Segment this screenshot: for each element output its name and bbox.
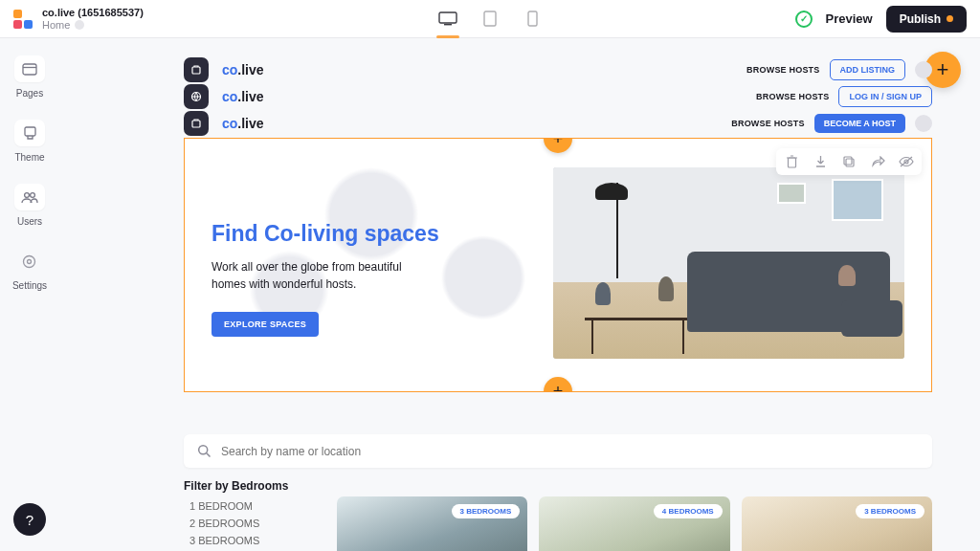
variant-chip-icon <box>184 111 209 136</box>
nav-browse-hosts[interactable]: BROWSE HOSTS <box>756 92 829 101</box>
become-host-button[interactable]: BECOME A HOST <box>814 114 905 133</box>
header-variant-3[interactable]: co.live BROWSE HOSTS BECOME A HOST <box>184 111 932 136</box>
svg-rect-13 <box>192 121 200 127</box>
help-icon: ? <box>26 512 33 528</box>
status-ok-icon: ✓ <box>795 11 813 28</box>
svg-rect-6 <box>25 127 35 136</box>
bedroom-badge: 3 BEDROOMS <box>856 504 924 518</box>
filter-option[interactable]: 2 BEDROOMS <box>184 518 337 529</box>
sidebar-item-pages[interactable]: Pages <box>14 55 45 99</box>
login-signup-button[interactable]: LOG IN / SIGN UP <box>838 86 932 107</box>
sidebar: Pages Theme Users Settings <box>0 38 59 551</box>
hide-icon[interactable] <box>899 154 914 169</box>
listings-row: 3 BEDROOMS 4 BEDROOMS 3 BEDROOMS <box>337 496 932 551</box>
variant-chip-icon <box>184 84 209 109</box>
canvas: co.live BROWSE HOSTS ADD LISTING co.live… <box>59 38 980 551</box>
publish-label: Publish <box>900 12 941 26</box>
avatar[interactable] <box>915 115 932 132</box>
topbar: co.live (1651685537) Home ✓ Preview Publ… <box>0 0 980 38</box>
sidebar-item-users[interactable]: Users <box>14 184 45 227</box>
sidebar-item-label: Users <box>17 216 42 227</box>
project-name: co.live (1651685537) <box>42 7 144 19</box>
svg-point-9 <box>24 255 35 267</box>
svg-rect-16 <box>844 157 852 165</box>
hero-subtitle: Work all over the globe from beautiful h… <box>212 258 432 293</box>
svg-rect-0 <box>439 12 457 23</box>
device-tablet-icon[interactable] <box>479 9 501 30</box>
device-switcher <box>437 9 543 30</box>
filter-title: Filter by Bedrooms <box>184 479 337 493</box>
listing-card[interactable]: 3 BEDROOMS <box>337 496 527 551</box>
bedroom-badge: 4 BEDROOMS <box>654 504 723 518</box>
search-icon <box>197 444 212 458</box>
coliving-photo <box>553 167 904 359</box>
svg-rect-3 <box>528 11 537 26</box>
listing-card[interactable]: 3 BEDROOMS <box>742 496 932 551</box>
pages-icon <box>14 55 45 82</box>
share-icon[interactable] <box>870 154 885 169</box>
avatar[interactable] <box>915 61 932 78</box>
hero-image <box>553 167 904 359</box>
listing-card[interactable]: 4 BEDROOMS <box>539 496 729 551</box>
svg-point-7 <box>25 192 30 197</box>
nav-browse-hosts[interactable]: BROWSE HOSTS <box>731 119 804 128</box>
svg-point-10 <box>28 259 32 263</box>
brand-logo: co.live <box>222 62 264 77</box>
copy-icon[interactable] <box>841 154 857 169</box>
users-icon <box>14 184 45 210</box>
brand-logo: co.live <box>222 116 264 131</box>
publish-button[interactable]: Publish <box>886 6 967 33</box>
sidebar-item-theme[interactable]: Theme <box>14 120 45 163</box>
project-info: co.live (1651685537) Home <box>42 7 144 31</box>
delete-icon[interactable] <box>784 154 799 169</box>
breadcrumb[interactable]: Home <box>42 19 70 32</box>
sidebar-item-settings[interactable]: Settings <box>12 248 47 291</box>
hero-section[interactable]: + + Find Co-living spaces Work all over … <box>184 138 932 392</box>
insert-above-button[interactable]: + <box>544 138 572 153</box>
sidebar-item-label: Theme <box>14 152 44 163</box>
svg-point-8 <box>31 192 35 197</box>
preview-button[interactable]: Preview <box>826 11 873 26</box>
svg-rect-2 <box>484 11 496 26</box>
svg-line-20 <box>207 453 211 457</box>
device-desktop-icon[interactable] <box>437 9 458 30</box>
svg-point-19 <box>199 446 208 454</box>
explore-spaces-button[interactable]: EXPLORE SPACES <box>212 312 319 337</box>
nav-browse-hosts[interactable]: BROWSE HOSTS <box>746 65 819 75</box>
header-variant-1[interactable]: co.live BROWSE HOSTS ADD LISTING <box>184 57 932 82</box>
download-icon[interactable] <box>813 154 828 169</box>
svg-rect-11 <box>192 67 200 74</box>
header-variant-2[interactable]: co.live BROWSE HOSTS LOG IN / SIGN UP <box>184 84 932 109</box>
breadcrumb-dot-icon <box>75 20 84 30</box>
theme-icon <box>14 120 45 146</box>
add-listing-button[interactable]: ADD LISTING <box>830 59 906 80</box>
selection-toolbar <box>776 148 922 175</box>
svg-rect-4 <box>23 64 36 75</box>
filter-list: 1 BEDROOM 2 BEDROOMS 3 BEDROOMS <box>184 500 337 546</box>
hero-copy: Find Co-living spaces Work all over the … <box>212 167 530 359</box>
bedroom-badge: 3 BEDROOMS <box>452 504 521 518</box>
variant-chip-icon <box>184 57 209 82</box>
help-button[interactable]: ? <box>13 503 46 536</box>
svg-rect-14 <box>788 158 795 167</box>
brand-logo: co.live <box>222 89 264 104</box>
sidebar-item-label: Pages <box>16 88 43 99</box>
search-bar[interactable] <box>184 434 932 468</box>
settings-icon <box>14 248 45 275</box>
search-input[interactable] <box>221 445 919 458</box>
insert-below-button[interactable]: + <box>544 377 572 392</box>
svg-rect-1 <box>444 24 452 25</box>
sidebar-item-label: Settings <box>12 280 47 291</box>
hero-title: Find Co-living spaces <box>212 221 530 247</box>
filter-option[interactable]: 1 BEDROOM <box>184 500 337 512</box>
app-logo[interactable] <box>13 10 33 29</box>
publish-indicator-icon <box>947 15 953 22</box>
plus-icon: + <box>553 138 564 149</box>
device-mobile-icon[interactable] <box>522 9 543 30</box>
plus-icon: + <box>553 382 564 393</box>
svg-rect-15 <box>846 159 854 166</box>
listings-section: Filter by Bedrooms 1 BEDROOM 2 BEDROOMS … <box>184 434 932 551</box>
filter-option[interactable]: 3 BEDROOMS <box>184 535 337 546</box>
